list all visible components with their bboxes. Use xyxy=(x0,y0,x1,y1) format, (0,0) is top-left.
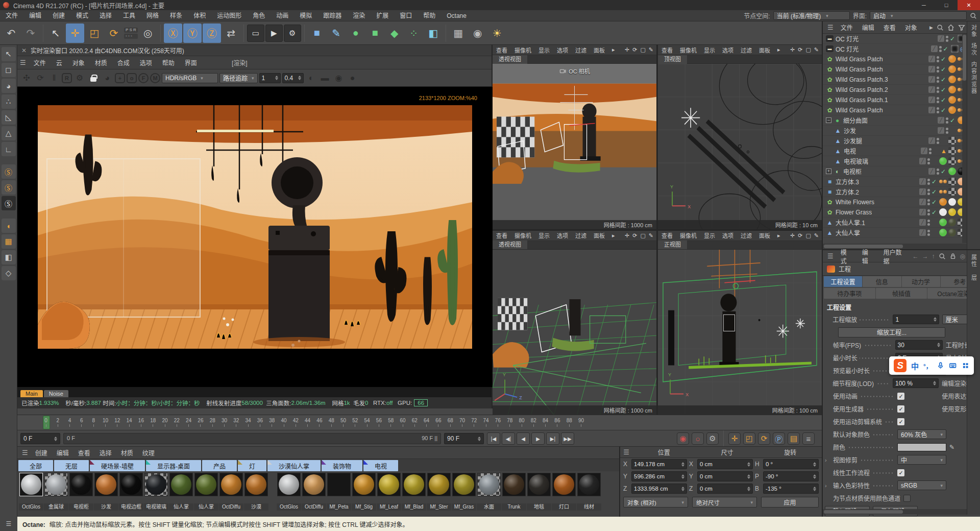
pause-button[interactable]: ‖ xyxy=(48,72,60,84)
object-row[interactable]: –●细分曲面╱✓ xyxy=(823,115,967,126)
minimize-button[interactable]: ─ xyxy=(913,0,935,10)
position-x-field[interactable]: 149.178 cm xyxy=(631,459,687,469)
edit-view-icon[interactable]: ✎ xyxy=(814,232,819,239)
menu-item-样条[interactable]: 样条 xyxy=(164,10,188,21)
material-tag-dots[interactable] xyxy=(939,180,947,183)
keyframe-selection-button[interactable]: ⚙ xyxy=(706,432,719,445)
film-strip-button[interactable]: ▬ xyxy=(319,72,331,84)
material-item[interactable]: 沙发 xyxy=(94,473,118,516)
sogou-logo-icon[interactable]: S xyxy=(894,359,906,372)
filter-icon[interactable] xyxy=(958,24,965,31)
attribute-select[interactable]: sRGB▾ xyxy=(897,480,946,490)
editor-toggle-icon[interactable]: ╱ xyxy=(938,35,944,42)
sogou-toolbox-icon[interactable] xyxy=(962,361,969,370)
viewport-menu-面板[interactable]: 面板 xyxy=(755,231,774,239)
render-view-button[interactable]: ▭ xyxy=(247,25,264,42)
enable-axis-mode[interactable]: ∟ xyxy=(2,142,16,156)
home-icon[interactable] xyxy=(947,24,954,31)
material-item[interactable]: 沙漠 xyxy=(244,473,268,516)
pan-icon[interactable]: ✛ xyxy=(625,46,629,53)
editor-toggle-icon[interactable]: ╱ xyxy=(928,137,935,144)
menu-item-网格[interactable]: 网格 xyxy=(141,10,164,21)
record-scale-toggle[interactable]: ◰ xyxy=(743,432,755,445)
position-y-field[interactable]: 596.286 cm xyxy=(631,471,687,481)
material-layer-tab-硬场景-墙壁[interactable]: 硬场景-墙壁 xyxy=(90,460,145,471)
material-item[interactable]: 仙人掌 xyxy=(194,473,218,516)
attribute-menu-item-用户数据[interactable]: 用户数据 xyxy=(879,248,913,265)
texture-s-mode[interactable]: Ⓢ xyxy=(2,164,16,179)
material-layer-tab-电视[interactable]: 电视 xyxy=(363,460,398,471)
visibility-dots-icon[interactable] xyxy=(927,158,930,164)
timeline-ruler[interactable]: 0246810121416182022242628303234363840424… xyxy=(17,415,822,430)
search-icon[interactable] xyxy=(970,12,977,19)
material-item[interactable]: Mf_Blad xyxy=(402,473,426,516)
side-tab-场次[interactable]: 场次 xyxy=(970,43,978,56)
play-button[interactable]: ▶ xyxy=(531,432,545,445)
record-pla-toggle[interactable]: ▤ xyxy=(788,432,800,445)
material-layer-tab-无层[interactable]: 无层 xyxy=(54,460,89,471)
coordinate-mode-select[interactable]: 对象 (相对)▾ xyxy=(623,497,688,508)
viewport-menu-面板[interactable]: 面板 xyxy=(590,46,608,54)
attribute-field[interactable]: 1 xyxy=(893,315,939,324)
attribute-tab-工程设置[interactable]: 工程设置 xyxy=(824,276,862,287)
live-selection-tool[interactable]: ↖ xyxy=(46,23,65,43)
viewport-menu-过滤[interactable]: 过滤 xyxy=(572,46,590,54)
editor-toggle-icon[interactable]: ╱ xyxy=(938,127,944,134)
material-tag-icon[interactable] xyxy=(939,157,947,165)
rotation-p-field[interactable]: -90 ° xyxy=(763,471,819,481)
editor-toggle-icon[interactable]: ╱ xyxy=(921,148,927,154)
record-parameter-toggle[interactable]: Ⓟ xyxy=(773,432,785,445)
region-render-button[interactable]: R xyxy=(62,73,72,83)
editor-toggle-icon[interactable]: ╱ xyxy=(919,209,926,215)
add-field-menu[interactable]: ◧ xyxy=(424,23,443,43)
menu-item-角色[interactable]: 角色 xyxy=(247,10,271,21)
render-settings-button[interactable]: ⚙ xyxy=(284,25,301,42)
viewport-scene[interactable]: YX 网格间距 : 100 cm xyxy=(658,250,822,415)
material-layer-tab-灯[interactable]: 灯 xyxy=(238,460,266,471)
last-used-tool[interactable]: ◎ xyxy=(139,23,157,43)
material-thumbnail[interactable] xyxy=(94,473,118,496)
sogou-chinese-mode-icon[interactable]: 中 xyxy=(911,360,919,371)
attribute-checkbox[interactable]: ✓ xyxy=(897,393,904,400)
orbit-icon[interactable]: ⟳ xyxy=(798,46,802,53)
material-tag-icon[interactable] xyxy=(948,106,956,114)
side-tab-内容浏览器[interactable]: 内容浏览器 xyxy=(970,61,978,94)
material-thumbnail[interactable] xyxy=(119,473,143,496)
visibility-dots-icon[interactable] xyxy=(937,138,939,144)
material-tag-icon[interactable] xyxy=(939,219,947,226)
menu-item-工具[interactable]: 工具 xyxy=(117,10,141,21)
scale-tool[interactable]: ◰ xyxy=(85,23,104,43)
camera-snapshot-button[interactable]: ◉ xyxy=(333,72,345,84)
render-menu-item-界面[interactable]: 界面 xyxy=(180,58,202,67)
material-tag-icon[interactable] xyxy=(948,147,956,155)
goto-end-button[interactable]: ▶▶ xyxy=(561,432,574,445)
material-item[interactable]: 电视玻璃 xyxy=(144,473,168,516)
record-rotation-toggle[interactable]: ⟳ xyxy=(758,432,770,445)
material-tag-icon[interactable] xyxy=(948,137,956,144)
material-layer-tab-显示器-桌面[interactable]: 显示器-桌面 xyxy=(146,460,201,471)
object-menu-item-文件[interactable]: 文件 xyxy=(836,23,857,32)
viewport-menu-查看[interactable]: 查看 xyxy=(493,46,511,54)
color-swatch[interactable] xyxy=(897,443,946,451)
attribute-tab-待办事项[interactable]: 待办事项 xyxy=(824,288,875,299)
edge-mode[interactable]: ◺ xyxy=(2,110,16,125)
menu-item-帮助[interactable]: 帮助 xyxy=(418,10,441,21)
display-filter-menu[interactable]: ▦ xyxy=(449,23,468,43)
material-layer-tab-装饰物[interactable]: 装饰物 xyxy=(322,460,362,471)
editor-toggle-icon[interactable]: ╱ xyxy=(919,199,926,205)
interface-select[interactable]: 启动▾ xyxy=(870,11,967,20)
move-tool[interactable]: ✛ xyxy=(66,23,84,43)
maximize-view-icon[interactable]: ▢ xyxy=(805,46,811,53)
viewport-menu-摄像机[interactable]: 摄像机 xyxy=(511,46,535,54)
material-thumbnail[interactable] xyxy=(244,473,268,496)
visibility-dots-icon[interactable] xyxy=(927,199,930,205)
pan-icon[interactable]: ✛ xyxy=(790,46,795,53)
viewport-menu-more[interactable]: ▸ xyxy=(774,46,784,53)
add-region-button[interactable]: + xyxy=(115,73,125,83)
camera-ball-tool[interactable]: ◉ xyxy=(469,23,487,43)
maximize-button[interactable]: □ xyxy=(935,0,958,10)
material-tag-icon[interactable] xyxy=(948,198,956,206)
enable-check-icon[interactable]: ✓ xyxy=(941,56,947,63)
texture-mode[interactable]: ◕ xyxy=(2,79,16,93)
axis-x-lock[interactable]: Ⓧ xyxy=(164,23,182,43)
